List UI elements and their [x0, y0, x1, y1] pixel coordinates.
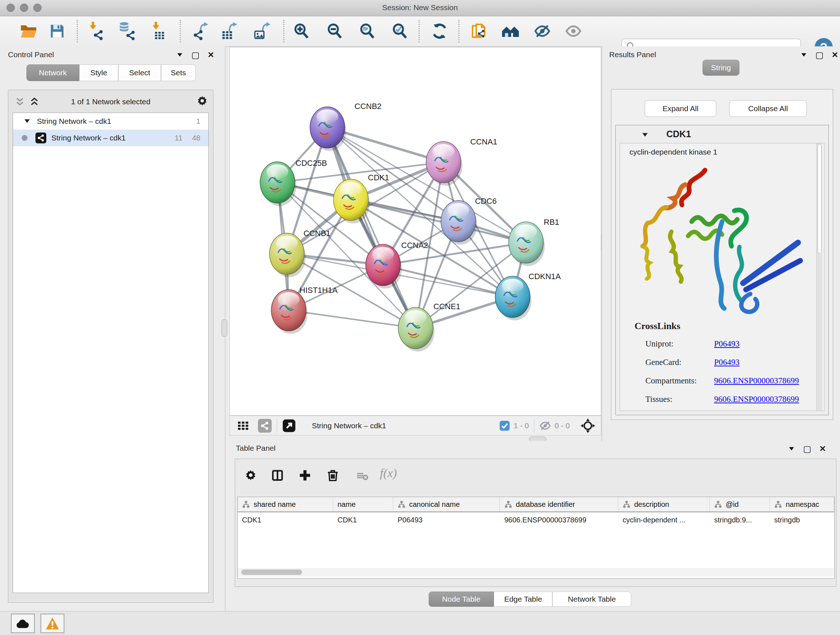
control-panel: Control Panel ▢ ✕ Network Style Select S… — [0, 46, 225, 611]
table-options-gear-icon[interactable] — [245, 469, 257, 481]
delete-table-icon[interactable] — [356, 470, 369, 481]
export-network-button[interactable] — [191, 21, 210, 41]
column-header[interactable]: namespac — [770, 497, 834, 511]
column-header[interactable]: database identifier — [500, 497, 618, 511]
panel-menu-icon[interactable] — [176, 51, 183, 59]
table-cell[interactable]: CDK1 — [333, 512, 393, 527]
left-splitter-handle[interactable] — [221, 319, 227, 337]
network-tab-content: 1 of 1 Network selected String Network –… — [8, 90, 213, 603]
panel-close-icon[interactable]: ✕ — [819, 444, 826, 454]
network-collection-row[interactable]: String Network – cdk1 1 — [13, 113, 208, 130]
tab-node-table[interactable]: Node Table — [429, 592, 494, 607]
export-image-button[interactable] — [253, 21, 272, 41]
shared-column-icon — [242, 500, 250, 508]
panel-menu-icon[interactable] — [800, 51, 807, 59]
function-builder-icon[interactable]: f(x) — [380, 466, 397, 480]
tab-select[interactable]: Select — [118, 65, 161, 81]
column-header[interactable]: canonical name — [393, 497, 500, 511]
hide-selected-button[interactable] — [532, 21, 552, 41]
results-scrollbar-track[interactable] — [816, 143, 822, 410]
crosslink-value-link[interactable]: P06493 — [714, 339, 739, 348]
crosslinks-list: Uniprot:P06493GeneCard:P06493Compartment… — [645, 334, 815, 411]
hidden-eye-icon[interactable] — [539, 420, 551, 432]
network-options-gear-icon[interactable] — [196, 95, 208, 107]
network-node-ccne1[interactable]: CCNE1 — [398, 302, 461, 352]
show-all-windows-button[interactable] — [501, 21, 520, 41]
network-canvas[interactable]: CCNB2CCNA1CDC25BCDK1CDC6RB1CCNB1CCNA2CDK… — [229, 47, 601, 416]
zoom-in-button[interactable] — [292, 21, 311, 41]
crosslink-row: Uniprot:P06493 — [645, 334, 815, 353]
import-network-file-button[interactable] — [86, 21, 106, 41]
crosslink-row: Compartments:9606.ENSP00000378699 — [645, 371, 815, 390]
clone-network-button[interactable] — [469, 21, 488, 41]
tab-sets[interactable]: Sets — [161, 65, 196, 81]
show-columns-icon[interactable] — [271, 469, 284, 481]
network-row[interactable]: String Network – cdk1 11 48 — [13, 130, 208, 146]
zoom-selected-button[interactable] — [390, 21, 409, 41]
detach-view-icon[interactable] — [282, 419, 296, 432]
selected-checkbox-icon[interactable] — [499, 420, 510, 431]
node-result-section: CDK1 cyclin-dependent kinase 1 — [615, 125, 829, 415]
column-header[interactable]: name — [333, 497, 393, 511]
network-edge[interactable] — [289, 310, 416, 328]
panel-float-icon[interactable]: ▢ — [191, 50, 200, 60]
import-network-database-button[interactable] — [117, 21, 136, 41]
network-node-cdkn1a[interactable]: CDKN1A — [495, 272, 561, 320]
crosslink-value-link[interactable]: P06493 — [714, 358, 739, 367]
panel-menu-icon[interactable] — [788, 445, 795, 453]
show-hidden-button[interactable] — [564, 21, 583, 41]
node-label: HIST1H1A — [300, 286, 338, 295]
network-node-rb1[interactable]: RB1 — [508, 218, 559, 266]
warnings-button[interactable] — [41, 614, 65, 633]
cloud-status-button[interactable] — [11, 614, 35, 633]
results-scrollbar-thumb[interactable] — [818, 144, 821, 253]
panel-float-icon[interactable]: ▢ — [803, 444, 812, 454]
crosslink-value-link[interactable]: 9606.ENSP00000378699 — [714, 376, 799, 386]
network-graph[interactable]: CCNB2CCNA1CDC25BCDK1CDC6RB1CCNB1CCNA2CDK… — [230, 48, 601, 415]
panel-float-icon[interactable]: ▢ — [815, 50, 824, 60]
collection-expand-icon[interactable] — [23, 117, 31, 125]
birdseye-grid-icon[interactable] — [236, 420, 250, 432]
panel-close-icon[interactable]: ✕ — [208, 50, 214, 60]
crosslink-value-link[interactable]: 9606.ENSP00000378699 — [714, 394, 799, 404]
table-cell[interactable]: P06493 — [393, 512, 500, 527]
column-header[interactable]: @id — [710, 497, 770, 511]
add-column-icon[interactable] — [299, 469, 311, 481]
table-cell[interactable]: stringdb — [770, 512, 834, 527]
application-window: Session: New Session — [0, 0, 840, 635]
export-table-button[interactable] — [220, 21, 240, 41]
tab-string[interactable]: String — [703, 60, 739, 76]
expand-all-button[interactable]: Expand All — [645, 100, 716, 117]
toolbar-separator — [277, 418, 277, 433]
tab-network-table[interactable]: Network Table — [553, 592, 631, 607]
table-cell[interactable]: CDK1 — [238, 512, 333, 527]
collapse-all-button[interactable]: Collapse All — [729, 100, 807, 117]
tab-style[interactable]: Style — [79, 65, 118, 81]
refresh-layout-button[interactable] — [430, 21, 449, 41]
table-cell[interactable]: 9606.ENSP00000378699 — [500, 512, 618, 527]
zoom-fit-button[interactable] — [357, 21, 377, 41]
window-title: Session: New Session — [0, 3, 840, 12]
zoom-out-button[interactable] — [325, 21, 344, 41]
network-node-ccna2[interactable]: CCNA2 — [366, 241, 428, 288]
delete-column-icon[interactable] — [326, 469, 339, 482]
table-cell[interactable]: cyclin-dependent ... — [618, 512, 710, 527]
tab-network[interactable]: Network — [27, 65, 79, 81]
column-header[interactable]: description — [618, 497, 710, 511]
fit-content-crosshair-icon[interactable] — [581, 418, 595, 433]
tab-edge-table[interactable]: Edge Table — [494, 592, 553, 607]
network-edge[interactable] — [327, 127, 416, 328]
save-session-button[interactable] — [47, 21, 67, 41]
table-cell[interactable]: stringdb:9... — [710, 512, 770, 527]
open-session-button[interactable] — [19, 21, 38, 41]
section-collapse-icon[interactable] — [641, 131, 649, 139]
column-header[interactable]: shared name — [238, 497, 333, 511]
shared-column-icon — [714, 500, 722, 508]
network-share-icon[interactable] — [258, 419, 272, 432]
network-node-hist1h1a[interactable]: HIST1H1A — [271, 286, 338, 334]
table-hscrollbar-track[interactable] — [238, 568, 834, 577]
import-table-file-button[interactable] — [148, 21, 167, 41]
table-row[interactable]: CDK1CDK1P064939606.ENSP00000378699cyclin… — [238, 512, 834, 527]
table-hscrollbar-thumb[interactable] — [241, 570, 302, 575]
panel-close-icon[interactable]: ✕ — [832, 50, 838, 60]
